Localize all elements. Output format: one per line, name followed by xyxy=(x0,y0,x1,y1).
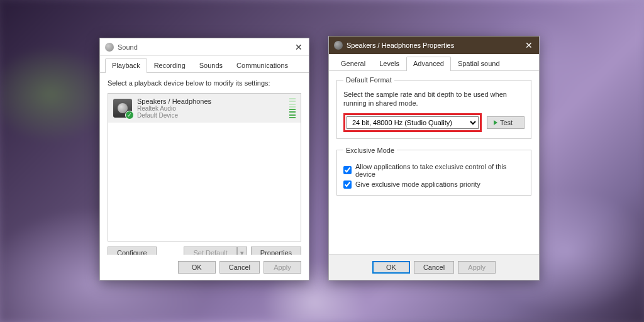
level-meter xyxy=(289,98,296,118)
tab-recording[interactable]: Recording xyxy=(147,58,192,72)
instruction-text: Select a playback device below to modify… xyxy=(108,79,301,87)
default-format-group: Default Format Select the sample rate an… xyxy=(336,76,531,139)
cancel-button[interactable]: Cancel xyxy=(219,261,260,274)
tab-strip: General Levels Advanced Spatial sound xyxy=(329,54,539,71)
tab-content: Select a playback device below to modify… xyxy=(100,73,309,266)
default-check-icon: ✓ xyxy=(125,111,134,119)
sound-window: Sound ✕ Playback Recording Sounds Commun… xyxy=(99,38,309,280)
apply-button[interactable]: Apply xyxy=(458,261,496,274)
test-label: Test xyxy=(500,119,513,126)
exclusive-mode-legend: Exclusive Mode xyxy=(343,147,397,154)
tab-content: Default Format Select the sample rate an… xyxy=(329,71,539,279)
ok-button[interactable]: OK xyxy=(372,261,410,274)
tab-general[interactable]: General xyxy=(334,57,372,70)
apply-button[interactable]: Apply xyxy=(264,261,301,274)
format-select[interactable]: 24 bit, 48000 Hz (Studio Quality) xyxy=(347,116,479,129)
format-highlight: 24 bit, 48000 Hz (Studio Quality) xyxy=(343,113,482,132)
checkbox-label: Allow applications to take exclusive con… xyxy=(355,163,525,178)
titlebar[interactable]: Sound ✕ xyxy=(100,38,309,56)
speaker-icon xyxy=(105,43,114,52)
tab-playback[interactable]: Playback xyxy=(105,58,147,73)
exclusive-mode-group: Exclusive Mode Allow applications to tak… xyxy=(336,147,531,196)
device-name: Speakers / Headphones xyxy=(137,97,286,105)
cancel-button[interactable]: Cancel xyxy=(414,261,454,274)
exclusive-priority-checkbox[interactable]: Give exclusive mode applications priorit… xyxy=(343,180,525,189)
tab-communications[interactable]: Communications xyxy=(230,58,295,72)
default-format-legend: Default Format xyxy=(343,76,394,84)
device-info: Speakers / Headphones Realtek Audio Defa… xyxy=(137,97,286,119)
device-status: Default Device xyxy=(137,112,286,119)
test-button[interactable]: Test xyxy=(487,116,525,129)
tab-strip: Playback Recording Sounds Communications xyxy=(100,56,309,73)
ok-button[interactable]: OK xyxy=(178,261,216,274)
window-title: Sound xyxy=(118,43,294,51)
device-driver: Realtek Audio xyxy=(137,105,286,112)
checkbox-label: Give exclusive mode applications priorit… xyxy=(355,180,480,188)
checkbox-input[interactable] xyxy=(343,166,352,174)
properties-window: Speakers / Headphones Properties ✕ Gener… xyxy=(328,36,540,280)
tab-spatial-sound[interactable]: Spatial sound xyxy=(451,57,507,70)
device-list[interactable]: ✓ Speakers / Headphones Realtek Audio De… xyxy=(108,93,301,242)
tab-advanced[interactable]: Advanced xyxy=(406,57,451,71)
close-icon[interactable]: ✕ xyxy=(294,42,304,52)
titlebar[interactable]: Speakers / Headphones Properties ✕ xyxy=(329,36,539,54)
close-icon[interactable]: ✕ xyxy=(524,40,534,50)
device-speaker-icon: ✓ xyxy=(113,99,132,118)
play-icon xyxy=(494,120,497,125)
allow-exclusive-checkbox[interactable]: Allow applications to take exclusive con… xyxy=(343,163,525,178)
dialog-footer: OK Cancel Apply xyxy=(100,255,309,280)
default-format-desc: Select the sample rate and bit depth to … xyxy=(343,90,525,108)
tab-levels[interactable]: Levels xyxy=(372,57,406,70)
checkbox-input[interactable] xyxy=(343,180,352,189)
dialog-footer: OK Cancel Apply xyxy=(329,254,539,280)
speaker-icon xyxy=(334,41,343,50)
device-item[interactable]: ✓ Speakers / Headphones Realtek Audio De… xyxy=(108,94,301,123)
tab-sounds[interactable]: Sounds xyxy=(192,58,230,72)
window-title: Speakers / Headphones Properties xyxy=(347,42,524,49)
